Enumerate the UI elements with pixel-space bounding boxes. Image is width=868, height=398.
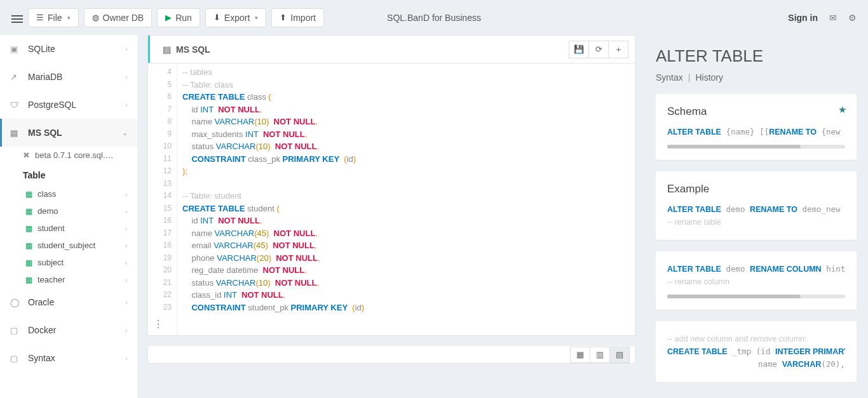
engine-icon: ▤ — [10, 128, 22, 138]
sidebar-engine-syntax[interactable]: ▢Syntax‹ — [0, 344, 138, 372]
sign-in-link[interactable]: Sign in — [788, 13, 818, 23]
chart-view-icon[interactable]: ▥ — [590, 347, 610, 363]
horizontal-scrollbar[interactable] — [667, 295, 845, 298]
code-snippet: ALTER TABLE {name} [[RENAME TO {new na — [667, 126, 845, 138]
sidebar-table-demo[interactable]: ▦demo‹ — [0, 202, 138, 220]
sidebar-engine-postgresql[interactable]: 🛡PostgreSQL‹ — [0, 91, 138, 119]
engine-label: PostgreSQL — [28, 100, 76, 110]
editor-area: ▤ MS SQL 💾 ⟳ ＋ 4567891011121314151617181… — [139, 35, 635, 398]
engine-label: SQLite — [28, 44, 55, 54]
file-menu-button[interactable]: ☰File▾ — [28, 8, 79, 27]
top-toolbar: ☰File▾ ◍Owner DB ▶Run ⬇Export▾ ⬆Import S… — [0, 0, 868, 35]
save-icon[interactable]: 💾 — [569, 41, 589, 58]
mail-icon[interactable]: ✉ — [829, 13, 837, 23]
download-icon: ⬇ — [214, 13, 220, 22]
reference-card-0: Schema★ALTER TABLE {name} [[RENAME TO {n… — [656, 94, 857, 160]
plus-icon[interactable]: ＋ — [608, 41, 628, 58]
engine-label: MariaDB — [28, 72, 62, 82]
chevron-left-icon: ‹ — [125, 208, 128, 215]
table-icon: ▦ — [25, 224, 32, 233]
app-brand: SQL.BanD for Business — [387, 13, 481, 23]
stack-icon: ☰ — [36, 13, 44, 22]
sidebar: ▣SQLite‹↗MariaDB‹🛡PostgreSQL‹▤MS SQL⌄✖be… — [0, 35, 139, 398]
engine-icon: ▢ — [10, 326, 22, 335]
horizontal-scrollbar[interactable] — [667, 145, 845, 149]
table-icon: ▦ — [25, 258, 32, 267]
sidebar-table-student[interactable]: ▦student‹ — [0, 220, 138, 237]
owner-db-button[interactable]: ◍Owner DB — [84, 8, 153, 27]
engine-icon: ↗ — [10, 72, 22, 82]
run-button[interactable]: ▶Run — [157, 8, 200, 27]
menu-icon[interactable] — [11, 13, 23, 22]
close-icon[interactable]: ✖ — [23, 150, 30, 160]
code-snippet: ALTER TABLE demo RENAME TO demo_new -- r… — [667, 203, 845, 229]
editor-tabbar: ▤ MS SQL 💾 ⟳ ＋ — [147, 35, 635, 63]
caret-down-icon: ▾ — [255, 15, 258, 21]
database-icon: ▤ — [163, 44, 171, 55]
sidebar-engine-ms-sql[interactable]: ▤MS SQL⌄ — [0, 119, 138, 147]
engine-label: Oracle — [28, 297, 54, 307]
table-label: student — [37, 223, 65, 233]
engine-label: MS SQL — [28, 128, 62, 138]
sidebar-table-teacher[interactable]: ▦teacher‹ — [0, 271, 138, 288]
table-icon: ▦ — [25, 275, 32, 284]
chevron-left-icon: ‹ — [125, 45, 128, 53]
chevron-down-icon: ⌄ — [122, 129, 128, 137]
owner-db-label: Owner DB — [103, 13, 144, 23]
sidebar-engine-docker[interactable]: ▢Docker‹ — [0, 316, 138, 344]
import-button[interactable]: ⬆Import — [271, 8, 324, 27]
book-view-icon[interactable]: ▧ — [609, 347, 630, 363]
tab-history[interactable]: History — [695, 72, 723, 83]
code-editor[interactable]: 4567891011121314151617181920212223 -- ta… — [147, 63, 635, 336]
engine-icon: 🛡 — [10, 100, 22, 110]
play-icon: ▶ — [165, 13, 172, 22]
sidebar-table-subject[interactable]: ▦subject‹ — [0, 254, 138, 271]
chevron-left-icon: ‹ — [125, 73, 128, 81]
sidebar-engine-mariadb[interactable]: ↗MariaDB‹ — [0, 63, 138, 91]
code-snippet: -- add new column and remove column: CRE… — [667, 333, 845, 371]
reference-panel: ALTER TABLE Syntax|History Schema★ALTER … — [644, 35, 868, 398]
scrollbar-thumb[interactable] — [667, 145, 801, 149]
tab-syntax[interactable]: Syntax — [656, 72, 683, 83]
table-icon: ▦ — [25, 190, 32, 199]
star-icon[interactable]: ★ — [838, 104, 846, 116]
chevron-left-icon: ‹ — [125, 298, 128, 306]
tab-actions: 💾 ⟳ ＋ — [563, 41, 635, 58]
chevron-left-icon: ‹ — [125, 354, 128, 362]
table-label: student_subject — [37, 241, 95, 250]
card-heading: Example — [667, 183, 845, 196]
more-icon[interactable]: ⋮ — [153, 318, 163, 330]
engine-icon: ▣ — [10, 44, 22, 54]
engine-label: Syntax — [28, 353, 55, 363]
chevron-left-icon: ‹ — [125, 190, 128, 198]
table-label: subject — [37, 258, 64, 267]
import-label: Import — [290, 13, 316, 23]
globe-icon: ◍ — [92, 13, 99, 22]
sidebar-engine-sqlite[interactable]: ▣SQLite‹ — [0, 35, 138, 63]
gear-icon[interactable]: ⚙ — [848, 13, 857, 23]
chevron-left-icon: ‹ — [125, 326, 128, 334]
table-icon: ▦ — [25, 241, 32, 250]
results-toolbar: ▦ ▥ ▧ — [147, 346, 635, 364]
chevron-left-icon: ‹ — [125, 101, 128, 109]
editor-tab-mssql[interactable]: ▤ MS SQL — [148, 36, 223, 63]
sidebar-file-entry[interactable]: ✖beta 0.7.1 core.sql.… — [0, 147, 138, 164]
sidebar-table-student_subject[interactable]: ▦student_subject‹ — [0, 237, 138, 254]
export-label: Export — [224, 13, 250, 23]
reference-tabs: Syntax|History — [656, 72, 857, 83]
refresh-icon[interactable]: ⟳ — [588, 41, 609, 58]
export-menu-button[interactable]: ⬇Export▾ — [205, 8, 266, 27]
table-icon: ▦ — [25, 207, 32, 216]
code-content[interactable]: -- tables-- Table: classCREATE TABLE cla… — [177, 63, 635, 335]
chevron-left-icon: ‹ — [125, 242, 128, 249]
sidebar-engine-oracle[interactable]: ◯Oracle‹ — [0, 288, 138, 316]
chevron-left-icon: ‹ — [125, 276, 128, 284]
sidebar-table-class[interactable]: ▦class‹ — [0, 185, 138, 202]
line-gutter: 4567891011121314151617181920212223 — [148, 63, 177, 335]
reference-card-1: ExampleALTER TABLE demo RENAME TO demo_n… — [656, 171, 857, 240]
grid-view-icon[interactable]: ▦ — [570, 347, 590, 363]
run-label: Run — [175, 13, 192, 23]
scrollbar-thumb[interactable] — [667, 295, 801, 298]
chevron-left-icon: ‹ — [125, 259, 128, 267]
caret-down-icon: ▾ — [67, 15, 71, 21]
